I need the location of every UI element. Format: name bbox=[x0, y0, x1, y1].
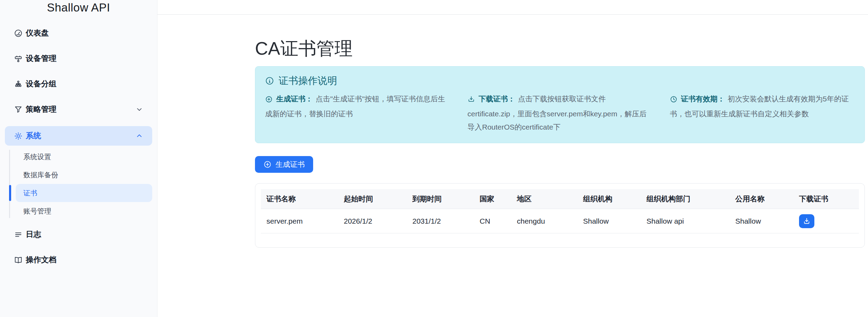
submenu-item-label: 数据库备份 bbox=[23, 170, 58, 180]
info-item-label: 下载证书： bbox=[479, 95, 515, 103]
list-icon bbox=[14, 230, 23, 239]
sidebar-item-label: 系统 bbox=[26, 131, 41, 141]
device-icon bbox=[14, 54, 23, 63]
system-submenu: 系统设置 数据库备份 证书 账号管理 bbox=[5, 148, 152, 220]
submenu-item-label: 证书 bbox=[23, 188, 37, 198]
generate-cert-button-label: 生成证书 bbox=[276, 160, 305, 169]
sidebar-item-label: 操作文档 bbox=[26, 255, 56, 265]
table-header-row: 证书名称 起始时间 到期时间 国家 地区 组织机构 组织机构部门 公用名称 下载… bbox=[261, 189, 859, 209]
sidebar-item-docs[interactable]: 操作文档 bbox=[5, 251, 152, 269]
sidebar-item-device-management[interactable]: 设备管理 bbox=[5, 50, 152, 67]
book-icon bbox=[14, 256, 23, 264]
sidebar-item-system-settings[interactable]: 系统设置 bbox=[16, 148, 152, 166]
device-group-icon bbox=[14, 80, 23, 88]
sidebar: Shallow API 仪表盘 设备管理 bbox=[0, 0, 157, 317]
sidebar-item-logs[interactable]: 日志 bbox=[5, 226, 152, 243]
cell-country: CN bbox=[474, 209, 511, 233]
clock-icon bbox=[670, 94, 677, 107]
plus-circle-icon bbox=[263, 160, 272, 169]
download-icon bbox=[467, 94, 475, 107]
col-header-common-name: 公用名称 bbox=[730, 189, 793, 209]
cell-cert-name: server.pem bbox=[261, 209, 338, 233]
filter-icon bbox=[14, 105, 23, 114]
certificate-table: 证书名称 起始时间 到期时间 国家 地区 组织机构 组织机构部门 公用名称 下载… bbox=[261, 189, 859, 233]
info-item-download: 下载证书：点击下载按钮获取证书文件certificate.zip，里面包含ser… bbox=[467, 92, 650, 134]
generate-cert-button[interactable]: 生成证书 bbox=[255, 156, 313, 173]
col-header-expire-time: 到期时间 bbox=[407, 189, 474, 209]
cell-region: chengdu bbox=[511, 209, 578, 233]
cell-expire-time: 2031/1/2 bbox=[407, 209, 474, 233]
table-row: server.pem 2026/1/2 2031/1/2 CN chengdu … bbox=[261, 209, 859, 233]
submenu-item-label: 系统设置 bbox=[23, 152, 51, 162]
app-title: Shallow API bbox=[0, 0, 157, 15]
col-header-country: 国家 bbox=[474, 189, 511, 209]
info-box-title: 证书操作说明 bbox=[279, 74, 337, 87]
top-header-bar bbox=[157, 0, 868, 15]
col-header-download: 下载证书 bbox=[793, 189, 859, 209]
info-box-columns: 生成证书：点击"生成证书"按钮，填写证书信息后生成新的证书，替换旧的证书 下载证… bbox=[265, 92, 855, 134]
submenu-guide-line bbox=[9, 150, 10, 218]
sidebar-item-device-group[interactable]: 设备分组 bbox=[5, 75, 152, 93]
sidebar-item-label: 设备管理 bbox=[26, 53, 56, 64]
info-box-header: 证书操作说明 bbox=[265, 74, 855, 87]
cell-org-unit: Shallow api bbox=[641, 209, 730, 233]
col-header-start-time: 起始时间 bbox=[338, 189, 407, 209]
app-window: Shallow API 仪表盘 设备管理 bbox=[0, 0, 868, 317]
sidebar-item-label: 设备分组 bbox=[26, 79, 56, 89]
download-icon bbox=[803, 217, 811, 225]
plus-circle-icon bbox=[265, 94, 273, 107]
info-item-label: 生成证书： bbox=[276, 95, 313, 103]
sidebar-item-account-management[interactable]: 账号管理 bbox=[16, 202, 152, 220]
submenu-active-indicator bbox=[9, 185, 11, 201]
info-item-validity: 证书有效期：初次安装会默认生成有效期为5年的证书，也可以重新生成新证书自定义相关… bbox=[670, 92, 855, 134]
sidebar-item-certificate[interactable]: 证书 bbox=[16, 184, 152, 202]
col-header-org-unit: 组织机构部门 bbox=[641, 189, 730, 209]
gauge-icon bbox=[14, 29, 23, 38]
sidebar-item-policy-management[interactable]: 策略管理 bbox=[5, 101, 152, 118]
main-pane: CA证书管理 证书操作说明 bbox=[157, 0, 868, 317]
sidebar-item-label: 策略管理 bbox=[26, 104, 56, 115]
cell-download bbox=[793, 209, 859, 233]
info-item-generate: 生成证书：点击"生成证书"按钮，填写证书信息后生成新的证书，替换旧的证书 bbox=[265, 92, 448, 134]
gear-icon bbox=[14, 132, 23, 140]
page-title: CA证书管理 bbox=[255, 38, 865, 59]
info-circle-icon bbox=[265, 76, 274, 85]
download-cert-button[interactable] bbox=[799, 214, 814, 228]
col-header-cert-name: 证书名称 bbox=[261, 189, 338, 209]
chevron-down-icon bbox=[135, 106, 143, 113]
sidebar-menu: 仪表盘 设备管理 bbox=[0, 24, 157, 269]
sidebar-item-database-backup[interactable]: 数据库备份 bbox=[16, 166, 152, 184]
col-header-organization: 组织机构 bbox=[578, 189, 641, 209]
certificate-table-card: 证书名称 起始时间 到期时间 国家 地区 组织机构 组织机构部门 公用名称 下载… bbox=[255, 183, 865, 248]
sidebar-item-dashboard[interactable]: 仪表盘 bbox=[5, 24, 152, 42]
info-box: 证书操作说明 生成证书：点击"生成证书"按钮，填写证书信息后生成新的证书，替换旧… bbox=[255, 66, 865, 143]
sidebar-item-system[interactable]: 系统 bbox=[5, 126, 152, 146]
sidebar-item-label: 仪表盘 bbox=[26, 28, 49, 38]
sidebar-item-label: 日志 bbox=[26, 229, 41, 240]
chevron-up-icon bbox=[135, 132, 143, 140]
cell-organization: Shallow bbox=[578, 209, 641, 233]
cell-common-name: Shallow bbox=[730, 209, 793, 233]
page-content: CA证书管理 证书操作说明 bbox=[157, 38, 868, 248]
cell-start-time: 2026/1/2 bbox=[338, 209, 407, 233]
submenu-item-label: 账号管理 bbox=[23, 207, 51, 216]
info-item-label: 证书有效期： bbox=[681, 95, 725, 103]
col-header-region: 地区 bbox=[511, 189, 578, 209]
